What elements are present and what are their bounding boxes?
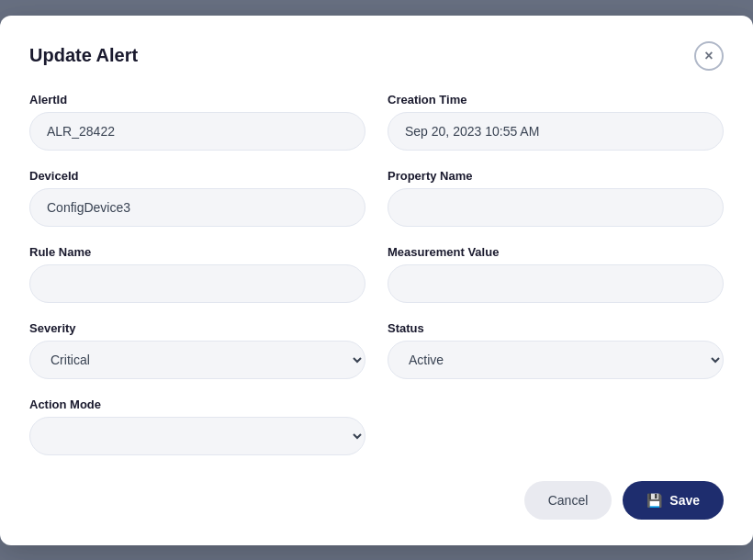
close-button[interactable]: × (694, 41, 724, 71)
rule-name-label: Rule Name (29, 245, 365, 259)
modal-overlay: Update Alert × AlertId Creation Time Dev… (0, 0, 753, 560)
save-label: Save (669, 493, 700, 508)
device-id-input[interactable] (29, 188, 365, 227)
status-label: Status (388, 321, 724, 335)
close-icon: × (704, 48, 713, 64)
property-name-group: Property Name (388, 169, 724, 227)
status-select[interactable]: Active Inactive Resolved Acknowledged (388, 341, 724, 379)
alert-id-group: AlertId (29, 93, 365, 151)
save-icon: 💾 (646, 493, 662, 508)
property-name-input[interactable] (388, 188, 724, 227)
severity-label: Severity (29, 321, 365, 335)
alert-id-input[interactable] (29, 112, 365, 151)
measurement-value-input[interactable] (388, 264, 724, 303)
cancel-button[interactable]: Cancel (524, 481, 613, 520)
creation-time-input[interactable] (388, 112, 724, 151)
alert-id-label: AlertId (29, 93, 365, 106)
update-alert-modal: Update Alert × AlertId Creation Time Dev… (0, 16, 753, 545)
rule-name-group: Rule Name (29, 245, 365, 303)
rule-name-input[interactable] (29, 264, 365, 303)
form-grid: AlertId Creation Time DeviceId Property … (29, 93, 724, 455)
measurement-value-label: Measurement Value (388, 245, 724, 259)
action-mode-label: Action Mode (29, 398, 365, 411)
severity-group: Severity Critical High Medium Low (29, 321, 365, 379)
action-mode-group: Action Mode Auto Manual (29, 398, 365, 455)
status-group: Status Active Inactive Resolved Acknowle… (388, 321, 724, 379)
modal-footer: Cancel 💾 Save (29, 481, 724, 520)
creation-time-label: Creation Time (388, 93, 724, 106)
modal-header: Update Alert × (29, 41, 724, 71)
creation-time-group: Creation Time (388, 93, 724, 151)
property-name-label: Property Name (388, 169, 724, 183)
action-mode-select[interactable]: Auto Manual (29, 417, 365, 455)
measurement-value-group: Measurement Value (388, 245, 724, 303)
device-id-label: DeviceId (29, 169, 365, 183)
save-button[interactable]: 💾 Save (623, 481, 724, 520)
device-id-group: DeviceId (29, 169, 365, 227)
severity-select[interactable]: Critical High Medium Low (29, 341, 365, 379)
modal-title: Update Alert (29, 45, 138, 66)
